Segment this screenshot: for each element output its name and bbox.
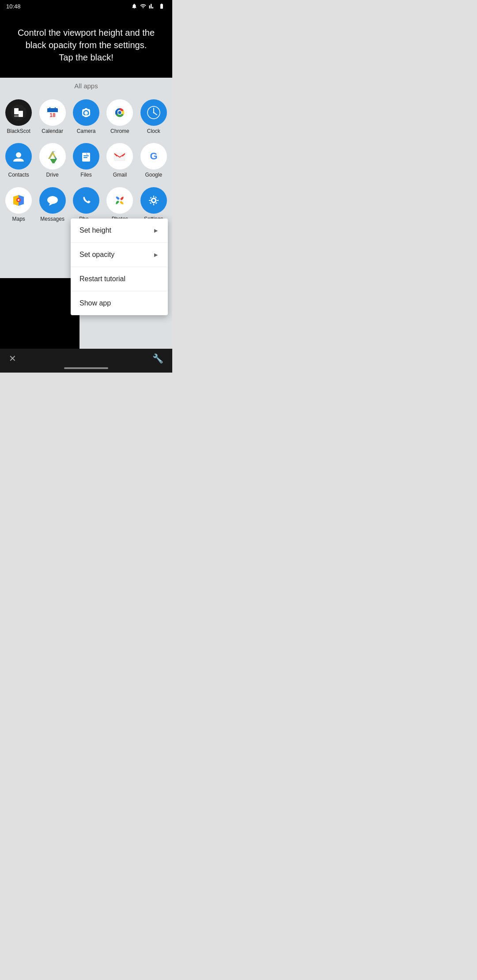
context-menu-set-opacity[interactable]: Set opacity ►	[71, 243, 168, 267]
status-time: 10:48	[6, 3, 21, 10]
drive-label: Drive	[46, 172, 59, 178]
svg-text:G: G	[150, 151, 157, 162]
show-app-label: Show app	[80, 299, 111, 307]
status-bar: 10:48	[0, 0, 172, 12]
app-item-contacts[interactable]: Contacts	[2, 139, 35, 181]
svg-rect-56	[149, 200, 151, 201]
app-item-chrome[interactable]: Chrome	[103, 96, 136, 138]
app-item-messages[interactable]: Messages	[35, 184, 69, 226]
app-item-blackscot[interactable]: BlackScot	[2, 96, 35, 138]
clock-icon	[140, 99, 167, 126]
calendar-icon: 18	[39, 99, 66, 126]
svg-point-26	[16, 152, 21, 158]
restart-tutorial-label: Restart tutorial	[80, 275, 125, 283]
contacts-icon	[5, 143, 32, 170]
bottom-black-area[interactable]	[0, 278, 80, 349]
settings-wrench-icon[interactable]: 🔧	[152, 353, 163, 364]
settings-icon	[140, 187, 167, 214]
maps-label: Maps	[12, 216, 25, 222]
messages-label: Messages	[40, 216, 64, 222]
app-item-google[interactable]: G Google	[137, 139, 170, 181]
close-icon[interactable]: ✕	[9, 353, 16, 364]
chrome-icon	[106, 99, 133, 126]
context-menu-show-app[interactable]: Show app	[71, 291, 168, 315]
phone-icon	[73, 187, 99, 214]
context-menu-set-height[interactable]: Set height ►	[71, 219, 168, 243]
wifi-icon	[140, 3, 147, 9]
contacts-label: Contacts	[8, 172, 29, 178]
camera-icon	[73, 99, 99, 126]
all-apps-label: All apps	[0, 78, 172, 92]
svg-rect-3	[14, 115, 19, 117]
black-viewport-area[interactable]: Control the viewport height and the blac…	[0, 12, 172, 78]
google-label: Google	[145, 172, 162, 178]
svg-rect-1	[14, 108, 19, 114]
svg-point-51	[118, 199, 121, 202]
svg-point-24	[153, 112, 154, 113]
svg-point-52	[145, 192, 163, 209]
battery-icon	[157, 3, 166, 9]
app-item-drive[interactable]: Drive	[35, 139, 69, 181]
signal-icon	[149, 3, 155, 9]
svg-rect-54	[153, 196, 154, 197]
bottom-bar: ✕ 🔧	[0, 349, 172, 373]
set-height-arrow: ►	[153, 227, 159, 234]
set-height-label: Set height	[80, 226, 111, 234]
gmail-icon	[106, 143, 133, 170]
app-item-maps[interactable]: Maps	[2, 184, 35, 226]
svg-point-19	[118, 111, 121, 114]
blackscot-label: BlackScot	[7, 128, 30, 134]
calendar-label: Calendar	[42, 128, 63, 134]
black-area-text: Control the viewport height and the blac…	[9, 26, 163, 64]
set-opacity-arrow: ►	[153, 251, 159, 258]
google-icon: G	[140, 143, 167, 170]
svg-point-45	[18, 199, 19, 201]
drive-icon	[39, 143, 66, 170]
files-icon	[73, 143, 99, 170]
app-grid: BlackScot 18 Calendar	[0, 92, 172, 229]
maps-icon	[5, 187, 32, 214]
messages-icon	[39, 187, 66, 214]
files-label: Files	[80, 172, 91, 178]
clock-label: Clock	[147, 128, 160, 134]
home-indicator	[64, 367, 108, 369]
svg-rect-2	[19, 111, 23, 117]
set-opacity-label: Set opacity	[80, 251, 114, 259]
chrome-label: Chrome	[110, 128, 129, 134]
app-item-files[interactable]: Files	[69, 139, 103, 181]
svg-text:18: 18	[49, 112, 56, 118]
context-menu-restart-tutorial[interactable]: Restart tutorial	[71, 267, 168, 291]
app-item-camera[interactable]: Camera	[69, 96, 103, 138]
svg-rect-35	[83, 157, 87, 158]
context-menu: Set height ► Set opacity ► Restart tutor…	[71, 219, 168, 315]
gmail-label: Gmail	[113, 172, 127, 178]
status-icons	[131, 3, 166, 9]
svg-rect-57	[157, 200, 159, 201]
blackscot-icon	[5, 99, 32, 126]
svg-point-47	[47, 196, 58, 204]
notification-icon	[131, 3, 137, 9]
app-item-clock[interactable]: Clock	[137, 96, 170, 138]
camera-label: Camera	[77, 128, 96, 134]
svg-point-13	[84, 111, 88, 115]
svg-rect-34	[83, 155, 89, 156]
svg-rect-55	[153, 204, 154, 205]
app-item-calendar[interactable]: 18 Calendar	[35, 96, 69, 138]
app-item-gmail[interactable]: Gmail	[103, 139, 136, 181]
photos-icon	[106, 187, 133, 214]
